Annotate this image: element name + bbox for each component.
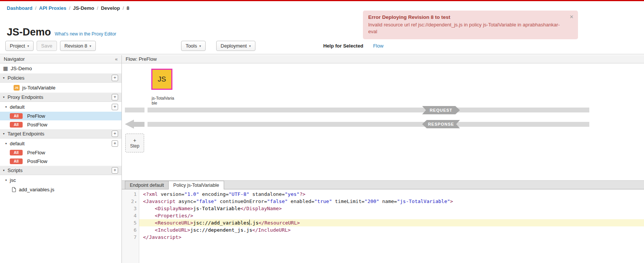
nav-row-5-preflow[interactable]: AllPreFlow bbox=[0, 112, 121, 120]
code-token bbox=[143, 227, 155, 233]
request-bar-stub bbox=[125, 108, 144, 112]
navigator-rows: ▦JS-Demo▾Policies+JSjs-TotalVariable▾Pro… bbox=[0, 63, 121, 263]
code-line[interactable]: <IncludeURL>jsc://dependent_js.js</Inclu… bbox=[139, 226, 644, 234]
line-number: 2▾ bbox=[122, 198, 139, 205]
revision-button[interactable]: Revision 8▾ bbox=[60, 41, 96, 51]
code-lines: <?xml version="1.0" encoding="UTF-8" sta… bbox=[139, 189, 644, 263]
nav-row-7-target-endpoints[interactable]: ▾Target Endpoints+ bbox=[0, 129, 121, 138]
code-line[interactable]: </Javascript> bbox=[139, 234, 644, 241]
revision-button-label: Revision 8 bbox=[65, 43, 88, 49]
nav-row-label: add_variables.js bbox=[19, 187, 54, 192]
request-ribbon: REQUEST bbox=[422, 106, 460, 114]
code-area[interactable]: 12▾34567 <?xml version="1.0" encoding="U… bbox=[122, 189, 644, 263]
nav-row-10-postflow[interactable]: AllPostFlow bbox=[0, 157, 121, 166]
close-icon[interactable]: × bbox=[570, 13, 573, 21]
response-arrow-icon bbox=[125, 120, 134, 129]
disclosure-triangle-icon[interactable]: ▾ bbox=[5, 178, 10, 182]
breadcrumb-dashboard[interactable]: Dashboard bbox=[7, 5, 32, 11]
nav-row-1-policies[interactable]: ▾Policies+ bbox=[0, 73, 121, 83]
code-editor: Endpoint default Policy js-TotalVariable… bbox=[122, 180, 644, 263]
code-token: </Javascript> bbox=[143, 234, 181, 240]
error-toast-message: Invalid resource url ref jsc://dependent… bbox=[368, 22, 565, 35]
disclosure-triangle-icon[interactable]: ▾ bbox=[5, 105, 10, 109]
nav-row-label: default bbox=[10, 104, 25, 110]
disclosure-triangle-icon[interactable]: ▾ bbox=[3, 76, 8, 80]
navigator-title: Navigator bbox=[4, 56, 25, 62]
tools-button[interactable]: Tools▾ bbox=[181, 41, 206, 51]
add-button[interactable]: + bbox=[112, 75, 118, 81]
breadcrumb-develop: Develop bbox=[101, 5, 120, 11]
help-for-selected-label: Help for Selected bbox=[323, 43, 363, 49]
add-button[interactable]: + bbox=[112, 167, 118, 174]
chevron-down-icon: ▾ bbox=[89, 44, 91, 48]
add-step-button[interactable]: + Step bbox=[125, 134, 144, 152]
deployment-button-label: Deployment bbox=[221, 43, 247, 49]
nav-row-8-default[interactable]: ▾default+ bbox=[0, 138, 121, 148]
nav-row-2-js-totalvariable[interactable]: JSjs-TotalVariable bbox=[0, 83, 121, 92]
nav-row-6-postflow[interactable]: AllPostFlow bbox=[0, 120, 121, 129]
chevron-down-icon: ▾ bbox=[199, 44, 201, 48]
nav-row-label: PostFlow bbox=[27, 122, 47, 128]
nav-row-4-default[interactable]: ▾default+ bbox=[0, 102, 121, 112]
code-line[interactable]: <Properties/> bbox=[139, 212, 644, 219]
nav-row-label: js-TotalVariable bbox=[22, 85, 55, 91]
code-token: encoding= bbox=[199, 191, 229, 197]
code-token: jsc://add_variables bbox=[193, 220, 249, 226]
nav-row-12-jsc[interactable]: ▾jsc bbox=[0, 175, 121, 185]
code-token: </IncludeURL> bbox=[252, 227, 291, 233]
add-button[interactable]: + bbox=[112, 140, 118, 147]
code-token bbox=[143, 220, 155, 226]
breadcrumb-api-proxies[interactable]: API Proxies bbox=[39, 5, 66, 11]
code-token: enabled= bbox=[288, 198, 314, 204]
fold-marker-icon[interactable]: ▾ bbox=[135, 200, 137, 204]
nav-row-0-js-demo[interactable]: ▦JS-Demo bbox=[0, 63, 121, 73]
code-token: </ResourceURL> bbox=[258, 220, 300, 226]
plus-icon: + bbox=[133, 138, 136, 143]
nav-row-label: Proxy Endpoints bbox=[8, 94, 43, 100]
deployment-button[interactable]: Deployment▾ bbox=[216, 41, 255, 51]
code-token: jsc://dependent_js.js bbox=[190, 227, 252, 233]
disclosure-triangle-icon[interactable]: ▾ bbox=[3, 95, 8, 99]
nav-row-label: jsc bbox=[10, 177, 16, 183]
nav-row-label: Scripts bbox=[8, 168, 23, 173]
error-toast: Error Deploying Revision 8 to test Inval… bbox=[363, 11, 578, 39]
code-token: <Properties/> bbox=[155, 213, 193, 218]
breadcrumb-separator: / bbox=[35, 5, 37, 11]
flow-help-link[interactable]: Flow bbox=[373, 43, 383, 49]
code-token: js-TotalVariable bbox=[193, 206, 240, 211]
proxy-icon: ▦ bbox=[3, 66, 8, 71]
code-line[interactable]: <?xml version="1.0" encoding="UTF-8" sta… bbox=[139, 191, 644, 198]
disclosure-triangle-icon[interactable]: ▾ bbox=[3, 132, 8, 135]
nav-row-13-add-variables-js[interactable]: add_variables.js bbox=[0, 185, 121, 194]
nav-row-label: Target Endpoints bbox=[8, 131, 45, 137]
code-line[interactable]: <ResourceURL>jsc://add_variables.js</Res… bbox=[139, 219, 644, 226]
nav-row-label: PostFlow bbox=[27, 158, 47, 164]
add-button[interactable]: + bbox=[112, 131, 118, 137]
nav-row-11-scripts[interactable]: ▾Scripts+ bbox=[0, 166, 121, 175]
line-number: 1 bbox=[122, 191, 139, 198]
code-line[interactable]: <Javascript async="false" continueOnErro… bbox=[139, 198, 644, 205]
tab-endpoint-default[interactable]: Endpoint default bbox=[125, 181, 169, 189]
flow-canvas: JS js-TotalVariable REQUEST RESPONSE + S… bbox=[122, 63, 644, 180]
add-button[interactable]: + bbox=[112, 94, 118, 100]
project-button[interactable]: Project▾ bbox=[5, 41, 34, 51]
nav-row-9-preflow[interactable]: AllPreFlow bbox=[0, 148, 121, 157]
nav-row-3-proxy-endpoints[interactable]: ▾Proxy Endpoints+ bbox=[0, 92, 121, 102]
js-policy-icon: JS bbox=[14, 85, 20, 91]
file-icon bbox=[12, 187, 16, 192]
disclosure-triangle-icon[interactable]: ▾ bbox=[5, 142, 10, 145]
disclosure-triangle-icon[interactable]: ▾ bbox=[3, 169, 8, 172]
collapse-navigator-button[interactable]: « bbox=[115, 56, 118, 62]
whats-new-link[interactable]: What's new in the Proxy Editor bbox=[55, 31, 116, 37]
js-policy-icon: JS bbox=[158, 75, 166, 83]
add-button[interactable]: + bbox=[112, 104, 118, 110]
save-button-label: Save bbox=[41, 43, 52, 49]
tab-policy-js-totalvariable[interactable]: Policy js-TotalVariable bbox=[168, 181, 224, 189]
all-badge: All bbox=[10, 122, 23, 128]
breadcrumb-revision: 8 bbox=[127, 5, 129, 11]
save-button[interactable]: Save bbox=[37, 41, 57, 51]
code-line[interactable]: <DisplayName>js-TotalVariable</DisplayNa… bbox=[139, 205, 644, 212]
code-token: "UTF-8" bbox=[229, 191, 249, 197]
nav-row-label: PreFlow bbox=[27, 113, 45, 119]
policy-node-js-totalvariable[interactable]: JS bbox=[151, 69, 172, 90]
